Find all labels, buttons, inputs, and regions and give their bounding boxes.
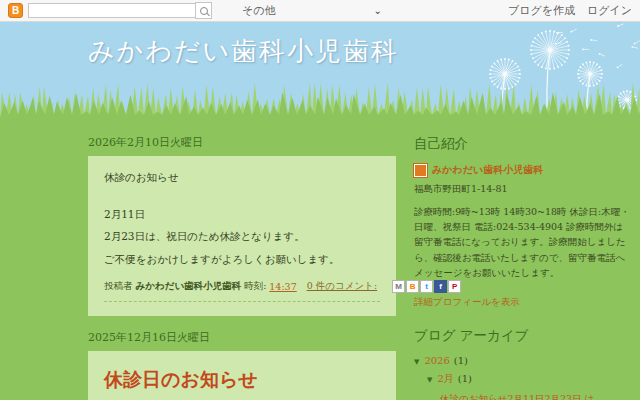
navbar-search-input[interactable] — [28, 3, 195, 18]
view-profile-link[interactable]: 詳細プロフィールを表示 — [414, 296, 520, 309]
grass-decoration-icon — [0, 78, 640, 118]
blogger-logo-icon[interactable]: B — [8, 3, 23, 18]
post-author: みかわだい歯科小児歯科 — [136, 280, 242, 293]
posted-by-label: 投稿者 — [104, 280, 133, 293]
archive-count: (1) — [454, 355, 468, 366]
archive-year-2026: ▼ 2026 (1) — [414, 355, 630, 366]
posts-column: 2026年2月10日火曜日 休診のお知らせ 2月11日 2月23日は、祝日のため… — [88, 135, 398, 400]
navbar-more-link[interactable]: その他 — [242, 3, 276, 18]
post-line: 2月11日 — [104, 207, 380, 222]
time-label: 時刻: — [244, 280, 266, 293]
archive-year-link[interactable]: 2026 — [424, 355, 449, 366]
post-2: 2025年12月16日火曜日 休診日のお知らせ 年末年始の休診日のお知らせ — [88, 330, 398, 400]
search-button[interactable] — [195, 2, 212, 19]
profile-widget: 自己紹介 みかわだい歯科小児歯科 福島市野田町1-14-81 診療時間:9時~1… — [414, 135, 630, 313]
post-body: 休診のお知らせ 2月11日 2月23日は、祝日のため休診となります。 ご不便をお… — [88, 156, 396, 316]
timestamp-link[interactable]: 14:37 — [269, 281, 296, 292]
profile-address: 福島市野田町1-14-81 — [414, 183, 630, 196]
content-area: 2026年2月10日火曜日 休診のお知らせ 2月11日 2月23日は、祝日のため… — [0, 118, 640, 400]
post-line: 2月23日は、祝日のため休診となります。 — [104, 229, 380, 244]
profile-description: 診療時間:9時~13時 14時30~18時 休診日:木曜・日曜、祝祭日 電話:0… — [414, 204, 630, 280]
post-1: 2026年2月10日火曜日 休診のお知らせ 2月11日 2月23日は、祝日のため… — [88, 135, 398, 316]
sidebar: 自己紹介 みかわだい歯科小児歯科 福島市野田町1-14-81 診療時間:9時~1… — [414, 135, 630, 400]
post-body: 休診日のお知らせ 年末年始の休診日のお知らせ — [88, 351, 396, 400]
post-footer: 投稿者 みかわだい歯科小児歯科 時刻: 14:37 0 件のコメント: M B … — [104, 280, 380, 293]
post-divider — [104, 301, 380, 302]
blog-page: B その他 ⌄ ブログを作成 ログイン みかわだい歯科小児歯科 2026年2月1… — [0, 0, 640, 400]
archive-widget: ブログ アーカイブ ▼ 2026 (1) ▼ 2月 (1) 休診のお知らせ2月1… — [414, 327, 630, 400]
profile-name-link[interactable]: みかわだい歯科小児歯科 — [432, 163, 543, 177]
blog-title: みかわだい歯科小児歯科 — [88, 34, 399, 69]
profile-avatar-icon — [414, 164, 427, 177]
archive-month-link[interactable]: 2月 — [437, 372, 453, 386]
comments-link[interactable]: 0 件のコメント: — [307, 280, 377, 293]
blog-header: みかわだい歯科小児歯科 — [0, 22, 640, 118]
archive-count: (1) — [458, 373, 472, 384]
archive-heading: ブログ アーカイブ — [414, 327, 630, 345]
blogger-navbar: B その他 ⌄ ブログを作成 ログイン — [0, 0, 640, 22]
profile-row: みかわだい歯科小児歯科 — [414, 163, 630, 177]
triangle-open-icon[interactable]: ▼ — [427, 376, 432, 384]
search-icon — [200, 7, 208, 15]
email-share-icon[interactable]: M — [392, 280, 405, 293]
archive-post-link[interactable]: 休診のお知らせ2月11日2月23日 は、祝日のため休診となります。 ご不便をおか… — [440, 393, 607, 400]
triangle-open-icon[interactable]: ▼ — [414, 358, 419, 366]
login-link[interactable]: ログイン — [587, 3, 632, 18]
archive-post-snippet: 休診のお知らせ2月11日2月23日 は、祝日のため休診となります。 ご不便をおか… — [440, 392, 612, 400]
chevron-down-icon[interactable]: ⌄ — [374, 5, 382, 16]
post-date-header: 2026年2月10日火曜日 — [88, 135, 398, 150]
profile-heading: 自己紹介 — [414, 135, 630, 153]
create-blog-link[interactable]: ブログを作成 — [508, 3, 575, 18]
post-line: ご不便をおかけしますがよろしくお願いします。 — [104, 252, 380, 267]
post-line: 休診のお知らせ — [104, 170, 380, 185]
post-date-header: 2025年12月16日火曜日 — [88, 330, 398, 345]
post-title-link[interactable]: 休診日のお知らせ — [104, 367, 380, 393]
archive-month-feb: ▼ 2月 (1) — [427, 372, 630, 386]
